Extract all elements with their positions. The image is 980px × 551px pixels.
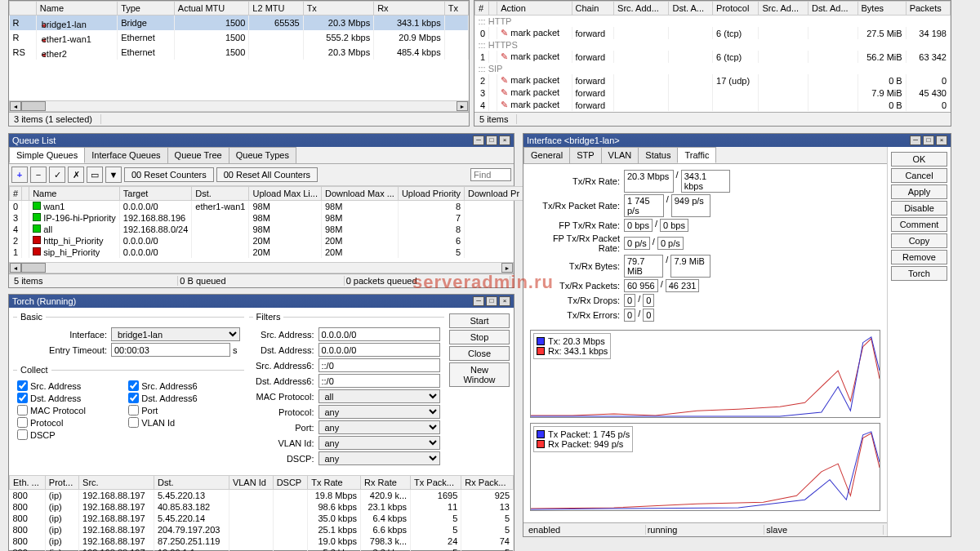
chk-port[interactable]	[128, 405, 139, 415]
torch-row[interactable]: 800(ip)192.168.88.1975.45.220.1435.0 kbp…	[10, 513, 514, 524]
interface-row[interactable]: Rether1-wan1Ethernet1500555.2 kbps20.9 M…	[10, 30, 469, 45]
comment-button[interactable]: Comment	[891, 217, 947, 232]
remove-button[interactable]: −	[30, 167, 47, 183]
chk-dst-address6[interactable]	[128, 393, 139, 403]
column-header[interactable]: Upload Priority	[398, 187, 464, 201]
column-header[interactable]	[10, 2, 37, 16]
maximize-icon[interactable]: □	[486, 296, 497, 306]
close-icon[interactable]: ×	[499, 296, 510, 306]
maximize-icon[interactable]: □	[923, 136, 934, 145]
queue-row[interactable]: 4all192.168.88.0/2498M98M8	[10, 224, 523, 235]
column-header[interactable]: Target	[119, 187, 192, 201]
column-header[interactable]: Action	[497, 2, 572, 16]
dst-address-input[interactable]	[318, 343, 441, 357]
column-header[interactable]: Packets	[906, 2, 950, 16]
tab-queue-types[interactable]: Queue Types	[229, 147, 296, 163]
column-header[interactable]: L2 MTU	[249, 2, 303, 16]
column-header[interactable]: Actual MTU	[174, 2, 249, 16]
tab-traffic[interactable]: Traffic	[677, 147, 716, 163]
column-header[interactable]: Rx Rate	[361, 476, 411, 490]
torch-row[interactable]: 800(ip)192.168.88.19787.250.251.11919.0 …	[10, 535, 514, 547]
column-header[interactable]: Tx Pack...	[411, 476, 461, 490]
column-header[interactable]: DSCP	[273, 476, 308, 490]
mangle-row[interactable]: 4✎ mark packetforward0 B0	[475, 99, 951, 111]
column-header[interactable]: Rx	[374, 2, 445, 16]
torch-row[interactable]: 800(ip)192.168.88.1975.45.220.1319.8 Mbp…	[10, 490, 514, 502]
column-header[interactable]: Protocol	[713, 2, 759, 16]
tab-general[interactable]: General	[523, 147, 570, 163]
column-header[interactable]: Tx	[303, 2, 374, 16]
torch-newwindow-button[interactable]: New Window	[449, 362, 510, 387]
column-header[interactable]: Name	[29, 187, 120, 201]
mac-protocol-select[interactable]: all	[318, 389, 441, 403]
column-header[interactable]: #	[10, 187, 22, 201]
tab-status[interactable]: Status	[638, 147, 678, 163]
column-header[interactable]: Dst. Ad...	[808, 2, 858, 16]
tab-stp[interactable]: STP	[569, 147, 601, 163]
column-header[interactable]: Bytes	[858, 2, 906, 16]
column-header[interactable]: Tx	[444, 2, 468, 16]
torch-timeout-input[interactable]	[111, 343, 230, 357]
remove-button[interactable]: Remove	[891, 250, 947, 264]
mangle-group-header[interactable]: ::: SIP	[475, 63, 951, 74]
mangle-row[interactable]: 0✎ mark packetforward6 (tcp)27.5 MiB34 1…	[475, 27, 951, 39]
minimize-icon[interactable]: ─	[473, 136, 484, 145]
column-header[interactable]: Dst. A...	[669, 2, 713, 16]
mangle-row[interactable]: 3✎ mark packetforward7.9 MiB45 430	[475, 87, 951, 99]
add-button[interactable]: +	[11, 167, 28, 183]
column-header[interactable]: Download Pr	[465, 187, 523, 201]
interface-row[interactable]: Rbridge1-lanBridge15006553520.3 Mbps343.…	[10, 16, 469, 31]
cancel-button[interactable]: Cancel	[891, 168, 947, 183]
column-header[interactable]: Eth. ...	[10, 476, 46, 490]
column-header[interactable]: Download Max ...	[321, 187, 398, 201]
mangle-group-header[interactable]: ::: HTTP	[475, 16, 951, 28]
column-header[interactable]: Src. Add...	[614, 2, 669, 16]
queue-row[interactable]: 1sip_hi_Priority0.0.0.0/020M20M5	[10, 247, 523, 258]
torch-interface-select[interactable]: bridge1-lan	[111, 327, 240, 341]
protocol-select[interactable]: any	[318, 405, 441, 419]
queue-row[interactable]: 3IP-196-hi-Ppriority192.168.88.19698M98M…	[10, 212, 523, 224]
tab-interface-queues[interactable]: Interface Queues	[84, 147, 167, 163]
close-icon[interactable]: ×	[936, 136, 947, 145]
column-header[interactable]: Chain	[572, 2, 614, 16]
torch-start-button[interactable]: Start	[449, 313, 510, 328]
column-header[interactable]: Src. Ad...	[759, 2, 808, 16]
minimize-icon[interactable]: ─	[473, 296, 484, 306]
torch-row[interactable]: 800(ip)192.168.88.19710.20.1.15.3 kbps3.…	[10, 547, 514, 551]
disable-button[interactable]: ✗	[68, 167, 84, 183]
disable-button[interactable]: Disable	[891, 201, 947, 216]
comment-button[interactable]: ▭	[87, 167, 103, 183]
torch-stop-button[interactable]: Stop	[449, 330, 510, 344]
torch-button[interactable]: Torch	[891, 266, 947, 281]
queue-row[interactable]: 0wan10.0.0.0/0ether1-wan198M98M8	[10, 201, 523, 213]
tab-queue-tree[interactable]: Queue Tree	[167, 147, 229, 163]
dst-address6-input[interactable]	[318, 374, 441, 388]
port-select[interactable]: any	[318, 420, 441, 434]
column-header[interactable]: Dst.	[154, 476, 229, 490]
reset-all-counters-button[interactable]: 00 Reset All Counters	[216, 167, 318, 182]
chk-mac-protocol[interactable]	[17, 405, 28, 415]
ok-button[interactable]: OK	[891, 152, 947, 167]
column-header[interactable]: Src.	[79, 476, 154, 490]
chk-dst-address[interactable]	[17, 393, 28, 403]
queue-row[interactable]: 2http_hi_Priority0.0.0.0/020M20M6	[10, 235, 523, 247]
apply-button[interactable]: Apply	[891, 184, 947, 199]
chk-protocol[interactable]	[17, 417, 28, 428]
maximize-icon[interactable]: □	[486, 136, 497, 145]
column-header[interactable]: Dst.	[192, 187, 249, 201]
minimize-icon[interactable]: ─	[910, 136, 921, 145]
torch-row[interactable]: 800(ip)192.168.88.19740.85.83.18298.6 kb…	[10, 501, 514, 513]
tab-vlan[interactable]: VLAN	[601, 147, 639, 163]
chk-src-address6[interactable]	[128, 380, 139, 391]
filter-button[interactable]: ▼	[105, 167, 122, 183]
column-header[interactable]: Upload Max Li...	[249, 187, 321, 201]
torch-row[interactable]: 800(ip)192.168.88.197204.79.197.20325.1 …	[10, 524, 514, 535]
column-header[interactable]: Prot...	[45, 476, 78, 490]
column-header[interactable]	[22, 187, 29, 201]
mangle-row[interactable]: 1✎ mark packetforward6 (tcp)56.2 MiB63 3…	[475, 51, 951, 63]
column-header[interactable]: #	[475, 2, 489, 16]
tab-simple-queues[interactable]: Simple Queues	[9, 147, 85, 163]
reset-counters-button[interactable]: 00 Reset Counters	[124, 167, 214, 182]
column-header[interactable]: Rx Pack...	[461, 476, 514, 490]
column-header[interactable]: Name	[36, 2, 117, 16]
